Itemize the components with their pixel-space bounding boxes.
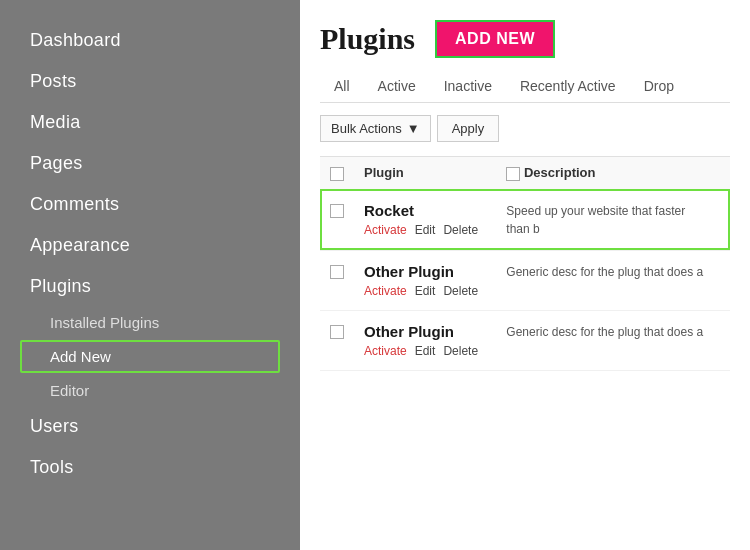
plugin-actions: Activate Edit Delete — [364, 344, 486, 358]
bulk-actions-label: Bulk Actions — [331, 121, 402, 136]
plugin-name-cell: Other Plugin Activate Edit Delete — [354, 310, 496, 370]
bulk-actions-row: Bulk Actions ▼ Apply — [320, 115, 730, 142]
row-checkbox-cell — [320, 310, 354, 370]
sidebar-item-media[interactable]: Media — [0, 102, 300, 143]
plugins-table: Plugin Description Rocket Activate Edit … — [320, 156, 730, 371]
filter-tab-active[interactable]: Active — [364, 70, 430, 102]
page-title: Plugins — [320, 22, 415, 56]
apply-button[interactable]: Apply — [437, 115, 500, 142]
sidebar-item-tools[interactable]: Tools — [0, 447, 300, 488]
filter-tab-inactive[interactable]: Inactive — [430, 70, 506, 102]
th-checkbox — [320, 157, 354, 190]
bulk-actions-select[interactable]: Bulk Actions ▼ — [320, 115, 431, 142]
sidebar-item-dashboard[interactable]: Dashboard — [0, 20, 300, 61]
delete-link[interactable]: Delete — [443, 344, 478, 358]
table-row: Other Plugin Activate Edit Delete Generi… — [320, 250, 730, 310]
table-row: Other Plugin Activate Edit Delete Generi… — [320, 310, 730, 370]
edit-link[interactable]: Edit — [415, 344, 436, 358]
th-plugin: Plugin — [354, 157, 496, 190]
activate-link[interactable]: Activate — [364, 223, 407, 237]
row-checkbox-cell — [320, 189, 354, 250]
delete-link[interactable]: Delete — [443, 223, 478, 237]
sidebar-subitem-editor[interactable]: Editor — [0, 375, 300, 406]
filter-tab-drop[interactable]: Drop — [630, 70, 688, 102]
table-row: Rocket Activate Edit Delete Speed up you… — [320, 189, 730, 250]
sidebar-subitem-installed-plugins[interactable]: Installed Plugins — [0, 307, 300, 338]
plugin-description-cell: Generic desc for the plug that does a — [496, 250, 730, 310]
delete-link[interactable]: Delete — [443, 284, 478, 298]
row-checkbox-cell — [320, 250, 354, 310]
main-content: Plugins ADD NEW All Active Inactive Rece… — [300, 0, 750, 550]
row-checkbox[interactable] — [330, 325, 344, 339]
filter-tab-recently-active[interactable]: Recently Active — [506, 70, 630, 102]
sidebar-item-appearance[interactable]: Appearance — [0, 225, 300, 266]
desc-checkbox[interactable] — [506, 167, 520, 181]
plugin-description-cell: Speed up your website that faster than b — [496, 189, 730, 250]
sidebar-item-pages[interactable]: Pages — [0, 143, 300, 184]
row-checkbox[interactable] — [330, 204, 344, 218]
plugin-actions: Activate Edit Delete — [364, 223, 486, 237]
plugin-description: Generic desc for the plug that does a — [506, 263, 706, 281]
sidebar-item-comments[interactable]: Comments — [0, 184, 300, 225]
dropdown-arrow-icon: ▼ — [407, 121, 420, 136]
page-header: Plugins ADD NEW — [320, 20, 730, 58]
sidebar: Dashboard Posts Media Pages Comments App… — [0, 0, 300, 550]
plugin-description: Speed up your website that faster than b — [506, 202, 706, 238]
plugin-description: Generic desc for the plug that does a — [506, 323, 706, 341]
plugin-description-cell: Generic desc for the plug that does a — [496, 310, 730, 370]
row-checkbox[interactable] — [330, 265, 344, 279]
th-description: Description — [496, 157, 730, 190]
plugin-name: Other Plugin — [364, 263, 486, 280]
activate-link[interactable]: Activate — [364, 344, 407, 358]
plugin-name: Other Plugin — [364, 323, 486, 340]
plugin-name: Rocket — [364, 202, 486, 219]
edit-link[interactable]: Edit — [415, 284, 436, 298]
header-checkbox[interactable] — [330, 167, 344, 181]
add-new-button[interactable]: ADD NEW — [435, 20, 555, 58]
filter-tabs: All Active Inactive Recently Active Drop — [320, 70, 730, 103]
plugin-actions: Activate Edit Delete — [364, 284, 486, 298]
sidebar-subitem-add-new[interactable]: Add New — [20, 340, 280, 373]
sidebar-item-users[interactable]: Users — [0, 406, 300, 447]
plugin-name-cell: Rocket Activate Edit Delete — [354, 189, 496, 250]
activate-link[interactable]: Activate — [364, 284, 407, 298]
edit-link[interactable]: Edit — [415, 223, 436, 237]
plugin-name-cell: Other Plugin Activate Edit Delete — [354, 250, 496, 310]
sidebar-item-posts[interactable]: Posts — [0, 61, 300, 102]
sidebar-item-plugins[interactable]: Plugins — [0, 266, 300, 307]
filter-tab-all[interactable]: All — [320, 70, 364, 102]
